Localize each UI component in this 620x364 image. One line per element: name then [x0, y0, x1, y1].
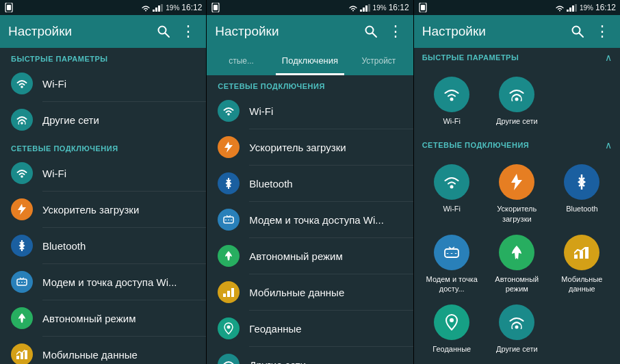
- panel-2: 19% 16:12 Настройки ⋮ стые... Подключени…: [207, 0, 413, 364]
- list-item-othernet-2[interactable]: Другие сети: [207, 347, 413, 364]
- bluetooth-label-1: Bluetooth: [42, 240, 86, 252]
- list-item-geo-2[interactable]: Геоданные: [207, 311, 413, 346]
- grid-geo-3[interactable]: Геоданные: [419, 299, 485, 359]
- list-item-modem-2[interactable]: Модем и точка доступа Wi...: [207, 202, 413, 237]
- bluetooth-icon-2: [218, 172, 240, 194]
- search-button-2[interactable]: [361, 22, 380, 41]
- svg-rect-37: [223, 294, 226, 297]
- grid-airplane-3[interactable]: Автономный режим: [485, 229, 550, 300]
- list-item-wifi-1[interactable]: Wi-Fi: [0, 155, 206, 191]
- svg-line-29: [372, 34, 376, 38]
- airplane-label-1: Автономный режим: [42, 313, 135, 324]
- grid-othernet-icon-3: [499, 304, 534, 340]
- battery-text-1: 19%: [166, 4, 179, 12]
- list-item-boost-2[interactable]: Ускоритель загрузки: [207, 129, 413, 165]
- list-item-wifi-quick-1[interactable]: Wi-Fi: [0, 66, 206, 101]
- grid-data-3[interactable]: Мобильные данные: [550, 229, 615, 300]
- sim-icon-2: [211, 3, 220, 12]
- content-3: БЫСТРЫЕ ПАРАМЕТРЫ ∧ Wi-Fi Другие сети СЕ…: [414, 48, 620, 364]
- bluetooth-icon-1: [11, 235, 33, 257]
- list-item-data-2[interactable]: Мобильные данные: [207, 274, 413, 310]
- list-item-boost-1[interactable]: Ускоритель загрузки: [0, 192, 206, 227]
- grid-airplane-icon-3: [499, 235, 534, 270]
- svg-point-8: [21, 86, 23, 88]
- grid-othernet-3[interactable]: Другие сети: [485, 299, 550, 359]
- list-item-modem-1[interactable]: Модем и точка доступа Wi...: [0, 264, 206, 300]
- svg-line-7: [166, 34, 170, 38]
- grid-wifi-net-3[interactable]: Wi-Fi: [419, 159, 485, 229]
- sim-icon-3: [418, 3, 428, 12]
- status-left-2: [211, 3, 220, 12]
- grid-boost-label-3: Ускоритель загрузки: [487, 204, 547, 224]
- more-button-1[interactable]: ⋮: [179, 22, 198, 41]
- chevron-quick-3[interactable]: ∧: [605, 52, 612, 63]
- svg-point-65: [515, 326, 519, 329]
- svg-point-40: [227, 326, 231, 329]
- panel-1: 19% 16:12 Настройки ⋮ БЫСТРЫЕ ПАРАМЕТРЫ …: [0, 0, 207, 364]
- search-button-1[interactable]: [154, 22, 173, 41]
- list-item-data-1[interactable]: Мобильные данные: [0, 337, 206, 364]
- search-button-3[interactable]: [568, 22, 587, 41]
- wifi-label-1: Wi-Fi: [42, 168, 66, 179]
- signal-icon-1: [153, 4, 164, 12]
- app-title-1: Настройки: [8, 24, 148, 39]
- list-item-bluetooth-1[interactable]: Bluetooth: [0, 228, 206, 263]
- modem-label-2: Модем и точка доступа Wi...: [249, 214, 384, 226]
- panel-3: 19% 16:12 Настройки ⋮ БЫСТРЫЕ ПАРАМЕТРЫ …: [414, 0, 620, 364]
- grid-othernet-label-3: Другие сети: [496, 344, 538, 354]
- chevron-network-3[interactable]: ∧: [605, 140, 612, 151]
- grid-modem-3[interactable]: Модем и точка досту...: [419, 229, 485, 300]
- content-2: СЕТЕВЫЕ ПОДКЛЮЧЕНИЯ Wi-Fi Ускоритель заг…: [207, 75, 413, 364]
- section-quick-text-3: БЫСТРЫЕ ПАРАМЕТРЫ: [422, 53, 519, 62]
- tab-quick-2[interactable]: стые...: [207, 48, 275, 75]
- othernet-icon-quick-1: [11, 109, 33, 131]
- grid-geo-icon-3: [434, 304, 469, 340]
- svg-rect-3: [155, 8, 157, 12]
- tab-devices-2[interactable]: Устройст: [344, 48, 413, 75]
- grid-airplane-label-3: Автономный режим: [487, 274, 547, 294]
- list-item-airplane-2[interactable]: Автономный режим: [207, 238, 413, 274]
- app-title-3: Настройки: [422, 24, 563, 39]
- quick-grid-3: Wi-Fi Другие сети: [414, 67, 620, 135]
- app-bar-2: Настройки ⋮: [207, 15, 413, 48]
- data-icon-1: [11, 343, 33, 364]
- othernet-label-2: Другие сети: [249, 359, 306, 365]
- status-left-3: [418, 3, 428, 12]
- content-1: БЫСТРЫЕ ПАРАМЕТРЫ Wi-Fi Другие сети СЕТЕ…: [0, 48, 206, 364]
- more-button-3[interactable]: ⋮: [593, 22, 612, 41]
- airplane-icon-1: [11, 307, 33, 329]
- status-right-3: 19% 16:12: [555, 3, 616, 12]
- app-bar-3: Настройки ⋮: [414, 15, 620, 48]
- svg-rect-27: [368, 4, 370, 12]
- list-item-othernet-quick-1[interactable]: Другие сети: [0, 102, 206, 138]
- time-3: 16:12: [595, 3, 616, 12]
- grid-data-icon-3: [564, 235, 599, 270]
- wifi-status-icon-1: [141, 4, 151, 12]
- grid-wifi-quick-3[interactable]: Wi-Fi: [419, 71, 485, 131]
- svg-rect-63: [585, 247, 589, 259]
- svg-rect-26: [365, 5, 367, 12]
- grid-boost-3[interactable]: Ускоритель загрузки: [485, 159, 550, 229]
- status-right-1: 19% 16:12: [141, 3, 202, 12]
- section-quick-1: БЫСТРЫЕ ПАРАМЕТРЫ: [0, 48, 206, 66]
- list-item-bluetooth-2[interactable]: Bluetooth: [207, 166, 413, 201]
- grid-modem-label-3: Модем и точка досту...: [422, 274, 482, 294]
- svg-marker-55: [511, 174, 522, 190]
- tab-connections-2[interactable]: Подключения: [276, 48, 344, 75]
- grid-othernet-quick-3[interactable]: Другие сети: [485, 71, 550, 131]
- bluetooth-label-2: Bluetooth: [249, 178, 292, 190]
- svg-rect-45: [567, 10, 569, 12]
- svg-point-52: [515, 98, 519, 101]
- grid-bluetooth-3[interactable]: Bluetooth: [550, 159, 615, 229]
- tab-bar-2: стые... Подключения Устройст: [207, 48, 413, 75]
- svg-rect-18: [16, 356, 19, 359]
- othernet-icon-2: [218, 354, 240, 364]
- airplane-label-2: Автономный режим: [249, 250, 342, 262]
- list-item-airplane-1[interactable]: Автономный режим: [0, 300, 206, 336]
- grid-othernet-icon-quick-3: [499, 77, 534, 112]
- battery-text-2: 19%: [373, 4, 387, 12]
- svg-point-9: [21, 122, 23, 125]
- svg-point-51: [450, 98, 454, 101]
- more-button-2[interactable]: ⋮: [386, 22, 405, 41]
- list-item-wifi-2[interactable]: Wi-Fi: [207, 93, 413, 129]
